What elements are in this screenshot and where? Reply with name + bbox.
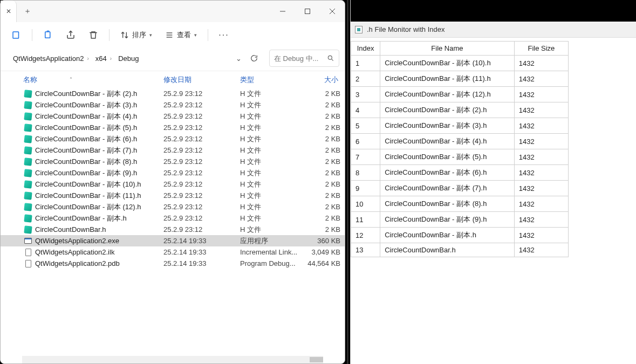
cell-index: 2 [351,71,380,87]
file-date: 25.2.9 23:12 [163,123,240,132]
chevron-right-icon: › [110,56,112,61]
file-type: H 文件 [240,214,307,223]
svg-point-9 [328,56,332,59]
file-row[interactable]: QtWidgetsApplication2.exe25.2.14 19:33应用… [1,235,345,246]
breadcrumb-segment[interactable]: x64 › [93,54,114,63]
tab-current[interactable]: ✕ [1,1,17,22]
monitor-row[interactable]: 3CircleCountDownBar - 副本 (12).h1432 [351,87,569,102]
file-size: 2 KB [307,180,345,188]
monitor-title-bar[interactable]: .h File Monitor with Index [351,22,636,38]
monitor-row[interactable]: 5CircleCountDownBar - 副本 (3).h1432 [351,118,569,134]
cut-button[interactable] [38,26,58,44]
file-row[interactable]: CircleCountDownBar.h25.2.9 23:12H 文件2 KB [1,224,345,235]
cell-index: 1 [351,56,380,71]
minimize-button[interactable] [270,1,295,22]
file-row[interactable]: CircleCountDownBar - 副本.h25.2.9 23:12H 文… [1,212,345,224]
file-type: H 文件 [240,168,307,178]
scrollbar-thumb[interactable] [310,357,323,362]
file-name: QtWidgetsApplication2.pdb [35,259,163,267]
cell-index: 7 [351,149,380,165]
column-header-name[interactable]: 名称 ˄ [23,75,163,85]
file-row[interactable]: CircleCountDownBar - 副本 (3).h25.2.9 23:1… [1,99,345,111]
search-input[interactable] [274,54,324,63]
file-row[interactable]: CircleCountDownBar - 副本 (12).h25.2.9 23:… [1,201,345,212]
column-header-size[interactable]: 大小 [307,75,344,85]
monitor-row[interactable]: 7CircleCountDownBar - 副本 (5).h1432 [351,149,569,165]
file-row[interactable]: CircleCountDownBar - 副本 (11).h25.2.9 23:… [1,190,345,201]
monitor-row[interactable]: 4CircleCountDownBar - 副本 (2).h1432 [351,102,569,118]
breadcrumb[interactable]: QtWidgetsApplication2 › x64 › Debug ⌄ [6,50,265,67]
new-tab-button[interactable]: ＋ [17,1,38,22]
monitor-row[interactable]: 8CircleCountDownBar - 副本 (6).h1432 [351,165,569,181]
file-name: QtWidgetsApplication2.exe [35,237,163,245]
file-row[interactable]: CircleCountDownBar - 副本 (6).h25.2.9 23:1… [1,133,345,145]
file-size: 2 KB [307,157,345,166]
close-tab-icon[interactable]: ✕ [6,8,11,15]
file-name: CircleCountDownBar - 副本.h [35,214,163,223]
cell-filename: CircleCountDownBar - 副本 (12).h [380,87,515,102]
view-button[interactable]: 查看 ▾ [160,26,202,44]
cell-filename: CircleCountDownBar - 副本 (3).h [380,118,515,134]
file-name: CircleCountDownBar - 副本 (11).h [35,191,163,201]
file-type: H 文件 [240,89,307,99]
new-button[interactable] [6,26,26,44]
delete-button[interactable] [83,26,104,44]
share-button[interactable] [60,26,81,44]
column-header-type[interactable]: 类型 [240,75,307,85]
monitor-col-name[interactable]: File Name [380,42,515,56]
cell-filesize: 1432 [514,118,568,134]
more-button[interactable]: ··· [214,26,234,44]
sort-button[interactable]: 排序 ▾ [115,26,158,44]
file-type: H 文件 [240,202,307,212]
column-headers: 名称 ˄ 修改日期 类型 大小 [1,71,345,88]
file-date: 25.2.9 23:12 [163,203,240,211]
header-file-icon [24,101,32,109]
horizontal-scrollbar[interactable] [22,356,323,363]
monitor-row[interactable]: 13CircleCountDownBar.h1432 [351,243,569,257]
monitor-row[interactable]: 11CircleCountDownBar - 副本 (9).h1432 [351,212,569,228]
file-size: 2 KB [307,214,345,222]
file-row[interactable]: CircleCountDownBar - 副本 (10).h25.2.9 23:… [1,178,345,190]
close-window-button[interactable] [320,1,345,22]
breadcrumb-segment[interactable]: QtWidgetsApplication2 › [11,54,91,63]
maximize-button[interactable] [295,1,320,22]
file-type: H 文件 [240,180,307,189]
chevron-right-icon: › [87,56,89,61]
file-row[interactable]: CircleCountDownBar - 副本 (5).h25.2.9 23:1… [1,122,345,133]
history-dropdown-icon[interactable]: ⌄ [232,54,245,63]
file-row[interactable]: CircleCountDownBar - 副本 (2).h25.2.9 23:1… [1,88,345,99]
search-icon[interactable] [327,54,334,62]
header-file-icon [24,191,32,200]
monitor-col-index[interactable]: Index [351,42,380,56]
cell-index: 12 [351,228,380,243]
column-header-date[interactable]: 修改日期 [163,75,240,85]
monitor-row[interactable]: 1CircleCountDownBar - 副本 (10).h1432 [351,56,569,71]
breadcrumb-segment[interactable]: Debug [116,54,141,63]
file-row[interactable]: CircleCountDownBar - 副本 (4).h25.2.9 23:1… [1,111,345,122]
exe-file-icon [24,238,32,244]
monitor-row[interactable]: 2CircleCountDownBar - 副本 (11).h1432 [351,71,569,87]
file-date: 25.2.14 19:33 [163,237,240,245]
refresh-icon[interactable] [247,54,261,62]
sort-label: 排序 [132,30,146,40]
header-file-icon [24,157,32,166]
file-row[interactable]: CircleCountDownBar - 副本 (9).h25.2.9 23:1… [1,167,345,178]
file-row[interactable]: QtWidgetsApplication2.pdb25.2.14 19:33Pr… [1,258,345,269]
monitor-row[interactable]: 9CircleCountDownBar - 副本 (7).h1432 [351,181,569,196]
file-row[interactable]: CircleCountDownBar - 副本 (8).h25.2.9 23:1… [1,156,345,167]
split-divider[interactable] [345,0,350,364]
monitor-col-size[interactable]: File Size [514,42,568,56]
search-box[interactable] [269,50,339,67]
file-row[interactable]: CircleCountDownBar - 副本 (7).h25.2.9 23:1… [1,145,345,156]
file-row[interactable]: QtWidgetsApplication2.ilk25.2.14 19:33In… [1,246,345,258]
generic-file-icon [25,249,31,256]
monitor-row[interactable]: 6CircleCountDownBar - 副本 (4).h1432 [351,134,569,149]
monitor-row[interactable]: 10CircleCountDownBar - 副本 (8).h1432 [351,196,569,212]
file-date: 25.2.9 23:12 [163,214,240,222]
monitor-row[interactable]: 12CircleCountDownBar - 副本.h1432 [351,228,569,243]
cell-filesize: 1432 [514,149,568,165]
svg-line-10 [331,59,333,60]
breadcrumb-label: Debug [118,54,139,63]
cell-filesize: 1432 [514,102,568,118]
file-type: Incremental Link... [240,248,307,256]
